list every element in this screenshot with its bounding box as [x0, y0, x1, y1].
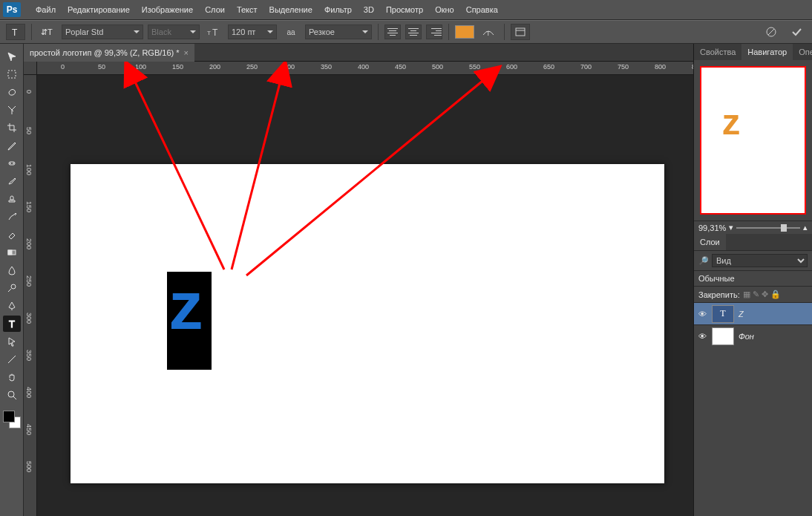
menu-слои[interactable]: Слои: [199, 0, 231, 20]
marquee-tool[interactable]: [3, 66, 21, 82]
shape-tool[interactable]: [3, 351, 21, 368]
svg-text:T: T: [207, 30, 211, 36]
ruler-corner: [24, 62, 37, 75]
crop-tool[interactable]: [3, 120, 21, 136]
canvas-viewport[interactable]: z: [37, 75, 693, 516]
blur-tool[interactable]: [3, 262, 21, 278]
ruler-horizontal[interactable]: 0501001502002503003504004505005506006507…: [37, 62, 693, 75]
path-select-tool[interactable]: [3, 333, 21, 350]
panel-tabs-layers: Слои: [694, 234, 812, 250]
eyedropper-tool[interactable]: [3, 137, 21, 154]
search-icon[interactable]: 🔎: [698, 256, 709, 266]
text-layer-content[interactable]: z: [169, 268, 203, 344]
svg-text:T: T: [12, 27, 18, 37]
antialias-icon: aа: [281, 24, 301, 40]
layer-kind-dropdown[interactable]: Вид: [712, 254, 808, 267]
zoom-out-icon[interactable]: ▾: [729, 223, 733, 232]
canvas[interactable]: z: [71, 164, 664, 483]
stamp-tool[interactable]: [3, 191, 21, 207]
divider: [504, 24, 505, 40]
commit-icon[interactable]: [787, 24, 806, 40]
layer-name[interactable]: Z: [739, 310, 809, 319]
brush-tool[interactable]: [3, 173, 21, 189]
font-size-dropdown[interactable]: 120 пт: [228, 25, 277, 39]
svg-point-15: [11, 284, 16, 289]
text-orientation-icon[interactable]: ⇵T: [38, 24, 57, 40]
app-logo: Ps: [3, 2, 21, 17]
heal-tool[interactable]: [3, 155, 21, 172]
visibility-icon[interactable]: 👁: [697, 310, 707, 319]
tool-preset-icon[interactable]: T: [6, 24, 25, 40]
panel-tabs-top: СвойстваНавигаторОпе: [694, 44, 812, 60]
zoom-value: 99,31%: [698, 223, 726, 232]
menu-редактирование[interactable]: Редактирование: [62, 0, 136, 20]
options-bar: T ⇵T Poplar Std Black TT 120 пт aа Резко…: [0, 20, 812, 44]
menu-просмотр[interactable]: Просмотр: [380, 0, 429, 20]
lasso-tool[interactable]: [3, 84, 21, 100]
font-family-dropdown[interactable]: Poplar Std: [62, 25, 143, 39]
svg-point-12: [13, 163, 13, 164]
character-panel-icon[interactable]: [511, 24, 530, 40]
font-size-value: 120 пт: [232, 27, 255, 36]
zoom-tool[interactable]: [3, 387, 21, 403]
svg-point-18: [8, 391, 14, 397]
menu-справка[interactable]: Справка: [460, 0, 504, 20]
panel-tab-2[interactable]: Опе: [793, 44, 812, 60]
visibility-icon[interactable]: 👁: [697, 332, 707, 341]
eraser-tool[interactable]: [3, 226, 21, 243]
gradient-tool[interactable]: [3, 244, 21, 261]
svg-text:T: T: [9, 319, 15, 329]
align-right-button[interactable]: [426, 25, 442, 39]
antialias-dropdown[interactable]: Резкое: [305, 25, 372, 39]
svg-rect-9: [8, 71, 16, 78]
menu-фильтр[interactable]: Фильтр: [318, 0, 358, 20]
menu-текст[interactable]: Текст: [231, 0, 263, 20]
navigator-thumbnail[interactable]: z: [700, 66, 806, 215]
svg-text:⇵T: ⇵T: [41, 27, 53, 36]
panel-tab-0[interactable]: Свойства: [694, 44, 741, 60]
document-tab[interactable]: простой логотип @ 99,3% (Z, RGB/16) * ×: [24, 44, 194, 62]
align-left-button[interactable]: [384, 25, 401, 39]
divider: [31, 24, 32, 40]
color-picker[interactable]: [3, 411, 21, 428]
tab-layers[interactable]: Слои: [694, 234, 726, 250]
layer-name[interactable]: Фон: [739, 332, 809, 341]
layers-blend-row: Обычные: [694, 270, 812, 286]
menu-файл[interactable]: Файл: [30, 0, 62, 20]
menubar: Ps ФайлРедактированиеИзображениеСлоиТекс…: [0, 0, 812, 20]
document-tab-title: простой логотип @ 99,3% (Z, RGB/16) *: [30, 48, 180, 57]
divider: [448, 24, 449, 40]
close-icon[interactable]: ×: [184, 48, 189, 57]
wand-tool[interactable]: [3, 102, 21, 118]
font-style-value: Black: [151, 27, 171, 36]
zoom-in-icon[interactable]: ▴: [803, 223, 808, 232]
menu-выделение[interactable]: Выделение: [263, 0, 318, 20]
zoom-slider[interactable]: [736, 227, 800, 229]
ruler-vertical[interactable]: 050100150200250300350400450500: [24, 75, 37, 516]
move-tool[interactable]: [3, 48, 21, 65]
text-color-swatch[interactable]: [455, 25, 474, 39]
warp-text-icon[interactable]: T: [479, 24, 498, 40]
navigator-content: z: [722, 102, 740, 143]
hand-tool[interactable]: [3, 369, 21, 385]
dodge-tool[interactable]: [3, 280, 21, 296]
menu-окно[interactable]: Окно: [429, 0, 460, 20]
panel-tab-1[interactable]: Навигатор: [741, 44, 793, 60]
document-tabstrip: простой логотип @ 99,3% (Z, RGB/16) * ×: [24, 44, 693, 62]
layer-thumbnail[interactable]: T: [712, 305, 734, 323]
layer-row[interactable]: 👁 T Z: [694, 302, 812, 324]
svg-rect-5: [516, 28, 525, 36]
layer-list: 👁 T Z👁 Фон: [694, 302, 812, 347]
menu-3d[interactable]: 3D: [358, 0, 380, 20]
cancel-icon[interactable]: [762, 24, 781, 40]
type-tool[interactable]: T: [3, 316, 21, 332]
font-style-dropdown[interactable]: Black: [148, 25, 200, 39]
align-center-button[interactable]: [405, 25, 422, 39]
panels-sidebar: СвойстваНавигаторОпе z 99,31% ▾ ▴ Слои 🔎…: [693, 44, 812, 516]
pen-tool[interactable]: [3, 298, 21, 314]
layer-row[interactable]: 👁 Фон: [694, 324, 812, 347]
history-brush-tool[interactable]: [3, 209, 21, 225]
lock-icons[interactable]: ▦ ✎ ✥ 🔒: [743, 290, 781, 299]
layer-thumbnail[interactable]: [712, 327, 734, 345]
menu-изображение[interactable]: Изображение: [136, 0, 199, 20]
